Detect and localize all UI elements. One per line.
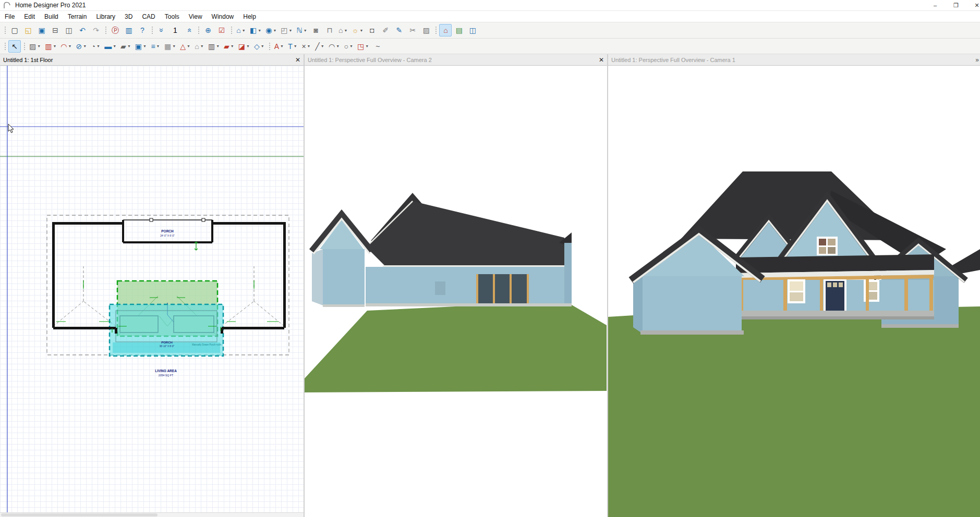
window-controls: –❐✕: [925, 0, 980, 10]
right-wing-roof-lines: [222, 266, 284, 326]
window-cam2: [435, 281, 445, 295]
spray-material-button[interactable]: ◘: [366, 24, 378, 36]
adjust-lights-button[interactable]: ☼▼: [350, 24, 365, 36]
layout-view-button[interactable]: ◫: [466, 24, 479, 36]
floor-plan-canvas[interactable]: PORCH 24'-0" X 6'-0" PORCH 36'-10" X 8'-…: [0, 66, 304, 517]
menu-cad[interactable]: CAD: [137, 11, 160, 22]
save-plan-button[interactable]: ▣: [35, 24, 48, 36]
menu-terrain[interactable]: Terrain: [63, 11, 92, 22]
door-tool-button[interactable]: ◔▼: [89, 40, 102, 53]
plan-horizontal-scrollbar[interactable]: [0, 512, 304, 517]
camera1-view-titlebar[interactable]: Untitled 1: Perspective Full Overview - …: [608, 54, 980, 66]
point-marker-button[interactable]: ×▼: [300, 40, 312, 53]
cad-circle-button[interactable]: ○▼: [342, 40, 355, 53]
window-tool-button[interactable]: ▬▼: [103, 40, 118, 53]
plan-view-button[interactable]: ⌂: [439, 24, 452, 36]
ray-trace-button[interactable]: ◙: [310, 24, 322, 36]
curved-wall-button[interactable]: ◠▼: [59, 40, 73, 53]
roof-tools-button[interactable]: △▼: [178, 40, 192, 53]
menu-file[interactable]: File: [0, 11, 19, 22]
elevation-view-button[interactable]: ⌂▼: [337, 24, 349, 36]
wall-break-button[interactable]: ⊘▼: [75, 40, 89, 53]
attic-window: [817, 237, 838, 255]
menu-window[interactable]: Window: [207, 11, 239, 22]
porch-opening: [477, 274, 529, 304]
living-area-label: LIVING AREA: [155, 369, 177, 373]
room-divider-button[interactable]: ◇▼: [252, 40, 266, 53]
porch-top-label: PORCH: [161, 229, 174, 233]
pan-window-button[interactable]: ⊕: [202, 24, 214, 36]
front-door: [824, 279, 846, 312]
text-tool-button[interactable]: T▼: [286, 40, 299, 53]
skylight-button[interactable]: ◪▼: [237, 40, 251, 53]
menu-help[interactable]: Help: [238, 11, 261, 22]
view-title-row: Untitled 1: 1st Floor ✕ Untitled 1: Pers…: [0, 54, 980, 66]
floor-indicator[interactable]: 1: [169, 24, 182, 36]
porch-floor: [736, 311, 934, 316]
wall-hatch-button[interactable]: ▨▼: [28, 40, 42, 53]
edit-behaviors-button[interactable]: ☑: [215, 24, 228, 36]
camera2-close-icon[interactable]: ✕: [596, 56, 607, 64]
picture-file-button[interactable]: ▤: [453, 24, 465, 36]
adjust-materials-button[interactable]: ✎: [393, 24, 405, 36]
menu-edit[interactable]: Edit: [19, 11, 40, 22]
cad-box-button[interactable]: ◳▼: [356, 40, 370, 53]
dimension-tool-button[interactable]: A▼: [273, 40, 285, 53]
menu-3d[interactable]: 3D: [120, 11, 137, 22]
left-wing-roof-lines: [53, 266, 116, 326]
maximize-button[interactable]: ❐: [946, 0, 966, 10]
porch-roof: [736, 254, 934, 273]
floor-down-button[interactable]: »: [155, 24, 168, 36]
cabinet-tool-button[interactable]: ▰▼: [119, 40, 132, 53]
print-preview-button[interactable]: ◫: [63, 24, 75, 36]
delete-objects-button[interactable]: ✂: [406, 24, 419, 36]
plan-view-titlebar[interactable]: Untitled 1: 1st Floor ✕: [0, 54, 304, 66]
grass-lawn: [608, 306, 980, 517]
menu-tools[interactable]: Tools: [160, 11, 184, 22]
plan-close-icon[interactable]: ✕: [292, 56, 304, 64]
walkthrough-button[interactable]: ℕ▼: [295, 24, 309, 36]
library-browser-button[interactable]: ▥: [123, 24, 135, 36]
window-title: Home Designer Pro 2021: [15, 2, 86, 9]
full-overview-button[interactable]: ⌂▼: [235, 24, 247, 36]
floor-up-button[interactable]: »: [183, 24, 195, 36]
living-area-dims: 2054 SQ FT: [159, 374, 174, 377]
menu-build[interactable]: Build: [40, 11, 63, 22]
place-library-object-button[interactable]: Ⓟ: [109, 24, 122, 36]
cross-section-button[interactable]: ⊓: [323, 24, 336, 36]
print-button[interactable]: ⊟: [49, 24, 62, 36]
hatch-tools-button[interactable]: ▨: [420, 24, 432, 36]
perspective-crop-button[interactable]: ◰▼: [279, 24, 294, 36]
close-button[interactable]: ✕: [966, 0, 980, 10]
main-wall: [366, 267, 564, 304]
roof-plane-button[interactable]: ▰▼: [222, 40, 236, 53]
camera1-render-view[interactable]: [608, 66, 980, 517]
help-button[interactable]: ?: [136, 24, 149, 36]
full-camera-button[interactable]: ◉▼: [264, 24, 278, 36]
electrical-tool-button[interactable]: ▦▼: [163, 40, 177, 53]
cad-arc-button[interactable]: ◠▼: [327, 40, 341, 53]
undo-button[interactable]: ↶: [76, 24, 89, 36]
new-plan-button[interactable]: ▢: [8, 24, 21, 36]
workspace: PORCH 24'-0" X 6'-0" PORCH 36'-10" X 8'-…: [0, 66, 980, 517]
material-eyedropper-button[interactable]: ✐: [379, 24, 392, 36]
fixture-tool-button[interactable]: ▣▼: [134, 40, 148, 53]
stairs-tool-button[interactable]: ≡▼: [149, 40, 162, 53]
select-objects-button[interactable]: ↖: [8, 40, 21, 53]
camera2-view-titlebar[interactable]: Untitled 1: Perspective Full Overview - …: [305, 54, 607, 66]
ceiling-tools-button[interactable]: ⌂▼: [193, 40, 205, 53]
camera1-overflow-icon[interactable]: »: [972, 56, 980, 64]
minimize-button[interactable]: –: [925, 0, 946, 10]
roof-note-label: Manually Drawn Porch roofs: [192, 343, 222, 346]
exterior-wall-button[interactable]: ▥▼: [43, 40, 58, 53]
open-plan-button[interactable]: ◱: [22, 24, 34, 36]
menu-view[interactable]: View: [184, 11, 207, 22]
doll-house-view-button[interactable]: ◧▼: [248, 24, 263, 36]
redo-button[interactable]: ↷: [90, 24, 102, 36]
left-wing-wall: [643, 276, 742, 334]
menu-library[interactable]: Library: [91, 11, 120, 22]
camera2-render-view[interactable]: [305, 66, 607, 517]
cad-spline-button[interactable]: ~: [371, 40, 384, 53]
framing-tools-button[interactable]: ▥▼: [207, 40, 221, 53]
cad-line-button[interactable]: ╱▼: [313, 40, 326, 53]
